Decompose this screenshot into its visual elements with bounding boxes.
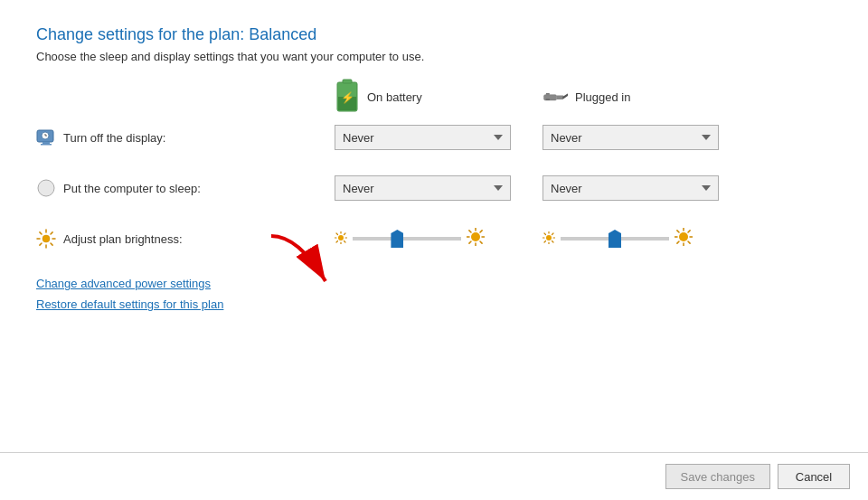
svg-line-22 xyxy=(51,243,52,245)
svg-line-50 xyxy=(552,233,554,235)
svg-rect-10 xyxy=(42,142,50,144)
links-container: Change advanced power settings Restore d… xyxy=(36,277,832,311)
page-subtitle: Choose the sleep and display settings th… xyxy=(36,50,832,63)
svg-line-57 xyxy=(677,230,679,231)
brightness-label-wrap: Adjust plan brightness: xyxy=(36,229,335,249)
sleep-controls: Never 1 minute 2 minutes 5 minutes 10 mi… xyxy=(335,175,750,201)
svg-line-39 xyxy=(469,230,471,231)
plugged-column-header: Plugged in xyxy=(542,89,750,105)
svg-line-23 xyxy=(51,232,52,234)
display-battery-dropdown-wrapper: Never 1 minute 2 minutes 5 minutes 10 mi… xyxy=(335,125,542,150)
svg-line-31 xyxy=(344,241,346,242)
svg-rect-5 xyxy=(557,95,564,99)
page-title: Change settings for the plan: Balanced xyxy=(36,25,832,44)
brightness-min-icon-plugged xyxy=(542,231,555,247)
svg-point-52 xyxy=(679,232,688,241)
svg-line-21 xyxy=(40,232,42,234)
sleep-icon xyxy=(36,178,56,198)
battery-brightness-group xyxy=(335,228,542,250)
brightness-min-icon-battery xyxy=(335,231,347,247)
svg-point-15 xyxy=(38,180,54,196)
brightness-plugged-slider[interactable] xyxy=(561,237,669,241)
svg-line-40 xyxy=(480,241,482,243)
svg-line-48 xyxy=(544,233,546,235)
svg-line-41 xyxy=(480,230,482,231)
svg-line-51 xyxy=(544,241,546,242)
svg-line-60 xyxy=(677,241,679,243)
battery-column-header: ⚡ On battery xyxy=(335,89,542,105)
brightness-controls xyxy=(335,228,750,250)
links-section: Change advanced power settings Restore d… xyxy=(36,277,832,311)
plugged-column-label: Plugged in xyxy=(575,90,630,104)
svg-line-58 xyxy=(688,241,690,243)
brightness-row: Adjust plan brightness: xyxy=(36,222,832,255)
sleep-plugged-select[interactable]: Never 1 minute 2 minutes 5 minutes 10 mi… xyxy=(542,175,719,201)
sleep-plugged-dropdown-wrapper: Never 1 minute 2 minutes 5 minutes 10 mi… xyxy=(542,175,750,201)
sleep-battery-select[interactable]: Never 1 minute 2 minutes 5 minutes 10 mi… xyxy=(335,175,511,201)
footer: Save changes Cancel xyxy=(0,452,868,500)
display-plugged-dropdown-wrapper: Never 1 minute 2 minutes 5 minutes 10 mi… xyxy=(542,125,750,150)
svg-line-59 xyxy=(688,230,690,231)
svg-rect-1 xyxy=(343,80,352,83)
svg-line-24 xyxy=(40,243,42,245)
advanced-settings-link[interactable]: Change advanced power settings xyxy=(36,277,832,290)
svg-point-34 xyxy=(471,232,480,241)
svg-rect-4 xyxy=(544,95,557,100)
plugged-icon xyxy=(542,89,568,105)
svg-point-16 xyxy=(42,235,50,242)
display-row: Turn off the display: Never 1 minute 2 m… xyxy=(36,121,832,154)
svg-rect-6 xyxy=(546,93,550,95)
sleep-row-label: Put the computer to sleep: xyxy=(36,178,335,198)
svg-line-30 xyxy=(336,233,338,235)
display-row-label: Turn off the display: xyxy=(36,127,335,147)
svg-rect-11 xyxy=(41,144,52,146)
column-headers: ⚡ On battery Plugged in xyxy=(335,89,832,105)
sleep-row: Put the computer to sleep: Never 1 minut… xyxy=(36,172,832,204)
svg-line-33 xyxy=(336,241,338,242)
svg-point-25 xyxy=(338,235,344,241)
plugged-brightness-group xyxy=(542,228,750,250)
sleep-label: Put the computer to sleep: xyxy=(63,182,201,195)
svg-line-42 xyxy=(469,241,471,243)
brightness-icon xyxy=(36,229,56,249)
display-icon xyxy=(36,127,56,147)
cancel-button[interactable]: Cancel xyxy=(778,464,850,489)
brightness-label: Adjust plan brightness: xyxy=(63,232,183,246)
display-controls: Never 1 minute 2 minutes 5 minutes 10 mi… xyxy=(335,125,750,150)
brightness-max-icon-plugged xyxy=(675,228,693,250)
sleep-battery-dropdown-wrapper: Never 1 minute 2 minutes 5 minutes 10 mi… xyxy=(335,175,542,201)
battery-icon: ⚡ xyxy=(335,89,360,105)
brightness-battery-slider[interactable] xyxy=(353,237,461,241)
svg-line-49 xyxy=(552,241,554,242)
display-label: Turn off the display: xyxy=(63,131,165,145)
svg-text:⚡: ⚡ xyxy=(341,90,354,104)
battery-column-label: On battery xyxy=(367,90,422,104)
svg-point-43 xyxy=(546,235,552,241)
brightness-max-icon-battery xyxy=(467,228,485,250)
svg-line-8 xyxy=(563,95,568,98)
display-plugged-select[interactable]: Never 1 minute 2 minutes 5 minutes 10 mi… xyxy=(542,125,719,150)
svg-rect-7 xyxy=(546,99,550,100)
display-battery-select[interactable]: Never 1 minute 2 minutes 5 minutes 10 mi… xyxy=(335,125,511,150)
restore-defaults-link[interactable]: Restore default settings for this plan xyxy=(36,297,832,311)
save-changes-button[interactable]: Save changes xyxy=(665,464,770,489)
svg-line-32 xyxy=(344,233,346,235)
